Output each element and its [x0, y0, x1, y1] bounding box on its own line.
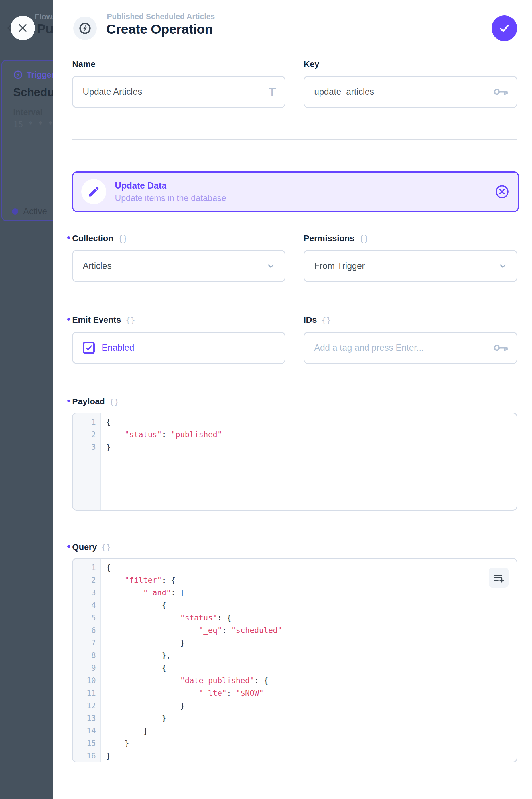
raw-value-icon[interactable]: {} [110, 397, 119, 406]
key-field [304, 76, 517, 108]
name-field: T [72, 76, 285, 108]
check-icon [497, 21, 511, 35]
status-dot-icon [12, 208, 18, 215]
emit-events-checkbox-row[interactable]: Enabled [72, 332, 285, 364]
create-operation-drawer: Published Scheduled Articles Create Oper… [53, 0, 532, 799]
line-number-gutter: 12345678910111213141516 [73, 559, 101, 762]
payload-code: { "status": "published"} [106, 416, 514, 453]
collection-value: Articles [83, 261, 112, 271]
save-button[interactable] [492, 15, 517, 41]
key-icon [493, 87, 508, 97]
collection-label: Collection {} [72, 233, 128, 243]
background-page-title: Published Scheduled Articles [37, 21, 53, 37]
raw-value-icon[interactable]: {} [322, 315, 331, 324]
bolt-icon [13, 70, 23, 79]
section-divider [72, 139, 517, 140]
edit-icon [88, 185, 100, 198]
playlist-add-icon [493, 571, 505, 584]
name-label: Name [72, 59, 96, 69]
trigger-interval-value: 15 * * * * [13, 120, 53, 129]
ids-tag-input[interactable] [314, 343, 493, 353]
operation-type-subtitle: Update items in the database [115, 193, 226, 203]
chevron-down-icon [498, 261, 508, 271]
required-dot [67, 399, 70, 402]
ids-label: IDs {} [304, 315, 331, 325]
operation-header-icon-circle [73, 17, 97, 40]
trigger-card[interactable]: Trigger Schedule Interval 15 * * * * Act… [1, 60, 53, 221]
trigger-badge-label: Trigger [26, 70, 53, 79]
trigger-interval-label: Interval [13, 108, 42, 117]
background-breadcrumb: Flows [35, 13, 53, 21]
collection-select[interactable]: Articles [72, 250, 285, 282]
query-label: Query {} [72, 542, 111, 552]
raw-value-icon[interactable]: {} [101, 543, 112, 551]
checkbox-checked[interactable] [83, 342, 95, 354]
app-root: { "ui": { "braces_icon": "{}" }, "backgr… [0, 0, 532, 799]
permissions-label: Permissions {} [304, 233, 369, 243]
emit-events-checkbox-label: Enabled [102, 343, 134, 353]
banner-text: Update Data Update items in the database [115, 181, 226, 203]
payload-label: Payload {} [72, 397, 119, 406]
close-drawer-button[interactable] [11, 16, 35, 40]
chevron-down-icon [266, 261, 276, 271]
trigger-status-label: Active [23, 206, 47, 217]
bolt-icon [78, 21, 92, 35]
key-input[interactable] [314, 87, 493, 97]
required-dot [67, 318, 70, 321]
raw-value-icon[interactable]: {} [126, 315, 136, 324]
line-number-gutter: 123 [73, 414, 101, 510]
permissions-value: From Trigger [314, 261, 365, 271]
breadcrumb: Published Scheduled Articles [107, 12, 215, 21]
playlist-add-button[interactable] [489, 567, 509, 587]
trigger-card-title: Schedule [13, 86, 53, 99]
page-title: Create Operation [106, 21, 213, 37]
name-input[interactable] [83, 87, 269, 97]
raw-value-icon[interactable]: {} [359, 234, 369, 243]
close-icon [17, 22, 29, 34]
required-dot [67, 545, 70, 548]
operation-type-banner: Update Data Update items in the database [72, 171, 519, 212]
payload-code-editor[interactable]: 123 { "status": "published"} [72, 413, 517, 510]
trigger-status-dropdown[interactable]: Active [12, 206, 53, 217]
raw-value-icon[interactable]: {} [118, 234, 128, 243]
key-icon [493, 343, 508, 353]
key-label: Key [304, 59, 319, 69]
remove-operation-type-button[interactable] [494, 184, 510, 199]
banner-icon-circle [81, 179, 106, 204]
emit-events-label: Emit Events {} [72, 315, 135, 325]
query-code: { "filter": { "_and": [ { "status": { "_… [106, 561, 514, 762]
trigger-badge: Trigger [13, 70, 53, 79]
ids-field [304, 332, 517, 364]
required-dot [67, 236, 70, 239]
operation-type-title: Update Data [115, 181, 226, 191]
title-icon: T [269, 86, 276, 98]
permissions-select[interactable]: From Trigger [304, 250, 517, 282]
dimmed-background: Flows Published Scheduled Articles Trigg… [0, 0, 53, 799]
query-code-editor[interactable]: 12345678910111213141516 { "filter": { "_… [72, 558, 517, 762]
